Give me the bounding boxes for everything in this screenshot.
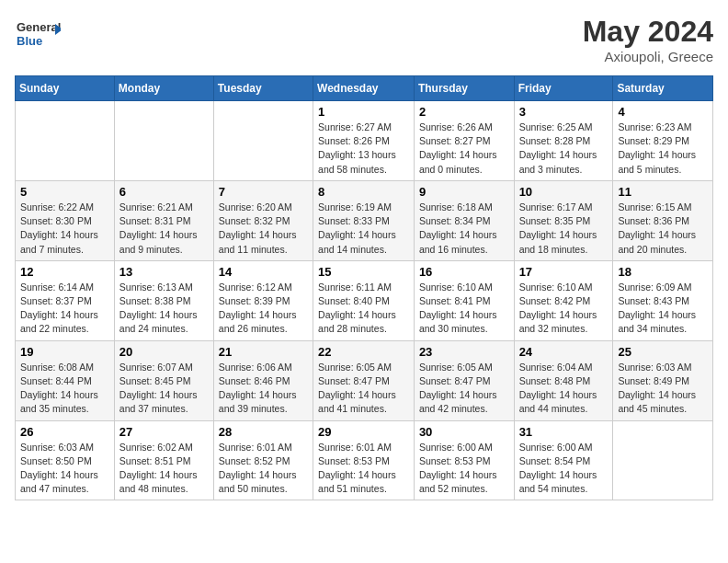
day-number: 13	[119, 265, 209, 279]
header-tuesday: Tuesday	[213, 76, 313, 101]
calendar-cell: 29Sunrise: 6:01 AMSunset: 8:53 PMDayligh…	[313, 420, 415, 500]
calendar-cell: 31Sunrise: 6:00 AMSunset: 8:54 PMDayligh…	[514, 420, 613, 500]
day-info: Sunrise: 6:11 AMSunset: 8:40 PMDaylight:…	[318, 281, 409, 337]
day-number: 28	[219, 425, 308, 439]
day-number: 23	[419, 345, 509, 359]
day-info: Sunrise: 6:01 AMSunset: 8:52 PMDaylight:…	[219, 441, 308, 497]
calendar-cell	[16, 101, 115, 181]
calendar-table: SundayMondayTuesdayWednesdayThursdayFrid…	[15, 75, 713, 500]
day-number: 3	[519, 105, 609, 119]
day-info: Sunrise: 6:12 AMSunset: 8:39 PMDaylight:…	[219, 281, 308, 337]
day-number: 26	[20, 425, 109, 439]
calendar-cell: 18Sunrise: 6:09 AMSunset: 8:43 PMDayligh…	[613, 260, 713, 340]
day-info: Sunrise: 6:02 AMSunset: 8:51 PMDaylight:…	[119, 441, 209, 497]
day-info: Sunrise: 6:05 AMSunset: 8:47 PMDaylight:…	[419, 361, 509, 417]
calendar-week-row: 1Sunrise: 6:27 AMSunset: 8:26 PMDaylight…	[16, 101, 713, 181]
day-number: 4	[618, 105, 708, 119]
day-info: Sunrise: 6:00 AMSunset: 8:54 PMDaylight:…	[519, 441, 609, 497]
header-saturday: Saturday	[613, 76, 713, 101]
day-number: 2	[419, 105, 509, 119]
calendar-cell: 4Sunrise: 6:23 AMSunset: 8:29 PMDaylight…	[613, 101, 713, 181]
day-number: 19	[20, 345, 109, 359]
day-info: Sunrise: 6:03 AMSunset: 8:49 PMDaylight:…	[618, 361, 708, 417]
calendar-cell: 25Sunrise: 6:03 AMSunset: 8:49 PMDayligh…	[613, 340, 713, 420]
calendar-cell: 11Sunrise: 6:15 AMSunset: 8:36 PMDayligh…	[613, 180, 713, 260]
day-info: Sunrise: 6:21 AMSunset: 8:31 PMDaylight:…	[119, 201, 209, 257]
calendar-cell: 9Sunrise: 6:18 AMSunset: 8:34 PMDaylight…	[414, 180, 514, 260]
day-info: Sunrise: 6:19 AMSunset: 8:33 PMDaylight:…	[318, 201, 409, 257]
day-number: 25	[618, 345, 708, 359]
calendar-cell: 7Sunrise: 6:20 AMSunset: 8:32 PMDaylight…	[213, 180, 313, 260]
day-number: 18	[618, 265, 708, 279]
calendar-cell: 2Sunrise: 6:26 AMSunset: 8:27 PMDaylight…	[414, 101, 514, 181]
day-number: 1	[318, 105, 409, 119]
day-number: 20	[119, 345, 209, 359]
day-info: Sunrise: 6:22 AMSunset: 8:30 PMDaylight:…	[20, 201, 109, 257]
day-info: Sunrise: 6:20 AMSunset: 8:32 PMDaylight:…	[219, 201, 308, 257]
svg-text:Blue: Blue	[17, 34, 42, 48]
calendar-cell: 12Sunrise: 6:14 AMSunset: 8:37 PMDayligh…	[16, 260, 115, 340]
calendar-cell: 23Sunrise: 6:05 AMSunset: 8:47 PMDayligh…	[414, 340, 514, 420]
day-info: Sunrise: 6:04 AMSunset: 8:48 PMDaylight:…	[519, 361, 609, 417]
header-thursday: Thursday	[414, 76, 514, 101]
calendar-cell: 28Sunrise: 6:01 AMSunset: 8:52 PMDayligh…	[213, 420, 313, 500]
day-number: 14	[219, 265, 308, 279]
day-info: Sunrise: 6:08 AMSunset: 8:44 PMDaylight:…	[20, 361, 109, 417]
day-number: 16	[419, 265, 509, 279]
calendar-cell: 17Sunrise: 6:10 AMSunset: 8:42 PMDayligh…	[514, 260, 613, 340]
calendar-week-row: 5Sunrise: 6:22 AMSunset: 8:30 PMDaylight…	[16, 180, 713, 260]
day-info: Sunrise: 6:27 AMSunset: 8:26 PMDaylight:…	[318, 121, 409, 177]
calendar-cell: 5Sunrise: 6:22 AMSunset: 8:30 PMDaylight…	[16, 180, 115, 260]
day-info: Sunrise: 6:06 AMSunset: 8:46 PMDaylight:…	[219, 361, 308, 417]
day-number: 27	[119, 425, 209, 439]
day-number: 11	[618, 185, 708, 199]
calendar-cell: 24Sunrise: 6:04 AMSunset: 8:48 PMDayligh…	[514, 340, 613, 420]
calendar-cell: 19Sunrise: 6:08 AMSunset: 8:44 PMDayligh…	[16, 340, 115, 420]
day-info: Sunrise: 6:10 AMSunset: 8:42 PMDaylight:…	[519, 281, 609, 337]
day-number: 29	[318, 425, 409, 439]
header-friday: Friday	[514, 76, 613, 101]
calendar-cell: 6Sunrise: 6:21 AMSunset: 8:31 PMDaylight…	[114, 180, 213, 260]
calendar-cell	[213, 101, 313, 181]
day-info: Sunrise: 6:10 AMSunset: 8:41 PMDaylight:…	[419, 281, 509, 337]
calendar-cell: 1Sunrise: 6:27 AMSunset: 8:26 PMDaylight…	[313, 101, 415, 181]
calendar-week-row: 19Sunrise: 6:08 AMSunset: 8:44 PMDayligh…	[16, 340, 713, 420]
day-info: Sunrise: 6:25 AMSunset: 8:28 PMDaylight:…	[519, 121, 609, 177]
day-info: Sunrise: 6:07 AMSunset: 8:45 PMDaylight:…	[119, 361, 209, 417]
day-number: 17	[519, 265, 609, 279]
day-info: Sunrise: 6:15 AMSunset: 8:36 PMDaylight:…	[618, 201, 708, 257]
calendar-cell	[114, 101, 213, 181]
calendar-cell: 3Sunrise: 6:25 AMSunset: 8:28 PMDaylight…	[514, 101, 613, 181]
day-number: 30	[419, 425, 509, 439]
day-info: Sunrise: 6:00 AMSunset: 8:53 PMDaylight:…	[419, 441, 509, 497]
day-info: Sunrise: 6:17 AMSunset: 8:35 PMDaylight:…	[519, 201, 609, 257]
calendar-week-row: 12Sunrise: 6:14 AMSunset: 8:37 PMDayligh…	[16, 260, 713, 340]
day-info: Sunrise: 6:14 AMSunset: 8:37 PMDaylight:…	[20, 281, 109, 337]
day-number: 10	[519, 185, 609, 199]
day-number: 21	[219, 345, 308, 359]
day-number: 24	[519, 345, 609, 359]
header-monday: Monday	[114, 76, 213, 101]
header-wednesday: Wednesday	[313, 76, 415, 101]
day-info: Sunrise: 6:09 AMSunset: 8:43 PMDaylight:…	[618, 281, 708, 337]
logo: General Blue	[15, 15, 61, 52]
calendar-week-row: 26Sunrise: 6:03 AMSunset: 8:50 PMDayligh…	[16, 420, 713, 500]
calendar-cell: 21Sunrise: 6:06 AMSunset: 8:46 PMDayligh…	[213, 340, 313, 420]
day-info: Sunrise: 6:05 AMSunset: 8:47 PMDaylight:…	[318, 361, 409, 417]
calendar-cell: 22Sunrise: 6:05 AMSunset: 8:47 PMDayligh…	[313, 340, 415, 420]
day-number: 22	[318, 345, 409, 359]
day-info: Sunrise: 6:03 AMSunset: 8:50 PMDaylight:…	[20, 441, 109, 497]
day-info: Sunrise: 6:13 AMSunset: 8:38 PMDaylight:…	[119, 281, 209, 337]
calendar-cell: 27Sunrise: 6:02 AMSunset: 8:51 PMDayligh…	[114, 420, 213, 500]
day-number: 5	[20, 185, 109, 199]
calendar-cell: 20Sunrise: 6:07 AMSunset: 8:45 PMDayligh…	[114, 340, 213, 420]
header-sunday: Sunday	[16, 76, 115, 101]
day-number: 7	[219, 185, 308, 199]
calendar-cell: 16Sunrise: 6:10 AMSunset: 8:41 PMDayligh…	[414, 260, 514, 340]
calendar-cell	[613, 420, 713, 500]
calendar-cell: 10Sunrise: 6:17 AMSunset: 8:35 PMDayligh…	[514, 180, 613, 260]
day-number: 6	[119, 185, 209, 199]
calendar-cell: 26Sunrise: 6:03 AMSunset: 8:50 PMDayligh…	[16, 420, 115, 500]
calendar-cell: 30Sunrise: 6:00 AMSunset: 8:53 PMDayligh…	[414, 420, 514, 500]
day-info: Sunrise: 6:23 AMSunset: 8:29 PMDaylight:…	[618, 121, 708, 177]
